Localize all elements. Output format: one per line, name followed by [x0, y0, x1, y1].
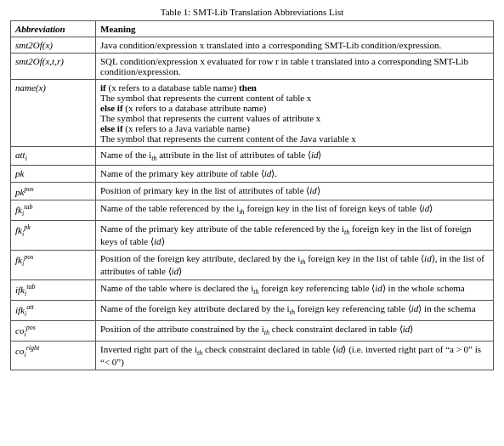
table-row: name(x)if (x refers to a database table …	[11, 80, 494, 147]
abbreviation-cell: ifkitab	[11, 280, 96, 301]
abbreviation-cell: fkipk	[11, 220, 96, 250]
meaning-cell: Inverted right part of the ith check con…	[96, 341, 494, 370]
table-title: Table 1: SMT-Lib Translation Abbreviatio…	[10, 7, 494, 17]
meaning-cell: Name of the ith attribute in the list of…	[96, 147, 494, 166]
abbreviation-cell: ifkiatt	[11, 300, 96, 320]
table-row: fkipkName of the primary key attribute o…	[11, 220, 494, 250]
table-row: coiposPosition of the attribute constrai…	[11, 320, 494, 341]
table-row: pkName of the primary key attribute of t…	[11, 166, 494, 183]
table-row: smt2Of(x)Java condition/expression x tra…	[11, 37, 494, 54]
meaning-cell: Java condition/expression x translated i…	[96, 37, 494, 54]
abbreviation-cell: smt2Of(x,t,r)	[11, 54, 96, 80]
table-row: ifkiattName of the foreign key attribute…	[11, 300, 494, 320]
table-row: pkposPosition of primary key in the list…	[11, 183, 494, 200]
meaning-cell: Name of the foreign key attribute declar…	[96, 300, 494, 320]
table-row: attiName of the ith attribute in the lis…	[11, 147, 494, 166]
abbreviation-cell: coiright	[11, 341, 96, 370]
abbreviation-cell: coipos	[11, 320, 96, 341]
meaning-cell: SQL condition/expression x evaluated for…	[96, 54, 494, 80]
abbreviation-cell: name(x)	[11, 80, 96, 147]
abbreviation-cell: smt2Of(x)	[11, 37, 96, 54]
meaning-cell: Position of primary key in the list of a…	[96, 183, 494, 200]
meaning-cell: Name of the table where is declared the …	[96, 280, 494, 301]
meaning-cell: Name of the primary key attribute of tab…	[96, 166, 494, 183]
table-row: fkiposPosition of the foreign key attrib…	[11, 250, 494, 279]
abbreviation-cell: pkpos	[11, 183, 96, 200]
table-row: smt2Of(x,t,r)SQL condition/expression x …	[11, 54, 494, 80]
table-row: fkitabName of the table referenced by th…	[11, 200, 494, 220]
abbreviation-cell: fkitab	[11, 200, 96, 220]
table-row: ifkitabName of the table where is declar…	[11, 280, 494, 301]
meaning-cell: Position of the foreign key attribute, d…	[96, 250, 494, 279]
abbreviation-cell: atti	[11, 147, 96, 166]
abbreviations-table: Abbreviation Meaning smt2Of(x)Java condi…	[10, 20, 494, 370]
table-header-row: Abbreviation Meaning	[11, 21, 494, 37]
abbreviation-cell: fkipos	[11, 250, 96, 279]
meaning-cell: Name of the table referenced by the ith …	[96, 200, 494, 220]
abbreviation-cell: pk	[11, 166, 96, 183]
meaning-cell: Position of the attribute constrained by…	[96, 320, 494, 341]
table-row: coirightInverted right part of the ith c…	[11, 341, 494, 370]
meaning-cell: if (x refers to a database table name) t…	[96, 80, 494, 147]
meaning-cell: Name of the primary key attribute of the…	[96, 220, 494, 250]
col-header-meaning: Meaning	[96, 21, 494, 37]
col-header-abbreviation: Abbreviation	[11, 21, 96, 37]
